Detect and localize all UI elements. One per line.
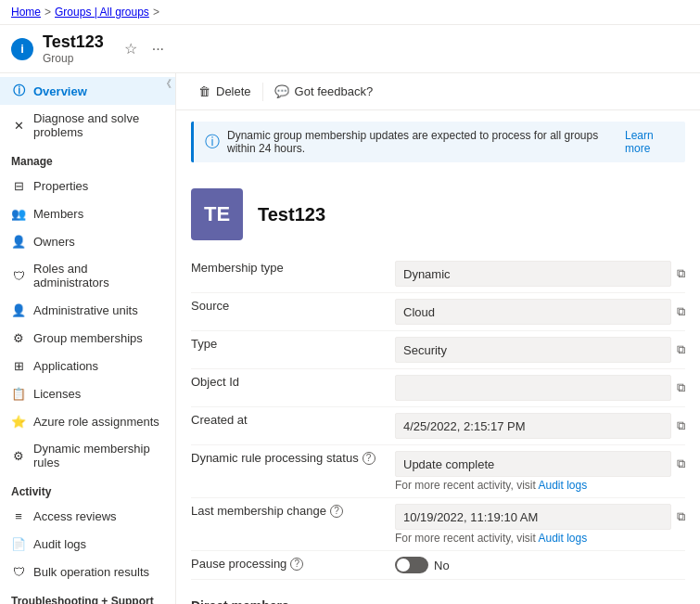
breadcrumb-groups[interactable]: Groups | All groups xyxy=(55,6,149,19)
type-value-container: Security ⧉ xyxy=(395,337,685,363)
last-membership-info-icon[interactable]: ? xyxy=(330,505,343,518)
membership-type-label: Membership type xyxy=(191,261,395,275)
pause-label: Pause processing ? xyxy=(191,557,395,571)
prop-row-source: Source Cloud ⧉ xyxy=(191,293,685,331)
sidebar-item-group-memberships[interactable]: ⚙ Group memberships xyxy=(0,324,175,352)
type-input: Security xyxy=(395,337,671,363)
toolbar-divider xyxy=(262,83,263,101)
sidebar-item-azure-roles[interactable]: ⭐ Azure role assignments xyxy=(0,407,175,435)
type-copy-icon[interactable]: ⧉ xyxy=(677,342,685,357)
admin-units-icon: 👤 xyxy=(11,302,26,317)
sidebar-item-members[interactable]: 👥 Members xyxy=(0,199,175,227)
sidebar-item-access-reviews-label: Access reviews xyxy=(33,509,117,523)
object-id-value-container: ⧉ xyxy=(395,375,685,401)
sidebar-collapse-button[interactable]: 《 xyxy=(161,77,172,91)
toolbar: 🗑 Delete 💬 Got feedback? xyxy=(176,73,700,110)
sidebar-item-audit-logs-label: Audit logs xyxy=(33,537,86,551)
sidebar-item-bulk-ops[interactable]: 🛡 Bulk operation results xyxy=(0,558,175,585)
sidebar-item-licenses-label: Licenses xyxy=(33,387,81,401)
properties-icon: ⊟ xyxy=(11,178,26,193)
last-membership-copy-icon[interactable]: ⧉ xyxy=(677,509,685,524)
object-id-label: Object Id xyxy=(191,375,395,389)
sidebar-item-licenses[interactable]: 📋 Licenses xyxy=(0,379,175,407)
troubleshooting-section-label: Troubleshooting + Support xyxy=(0,585,175,604)
roles-icon: 🛡 xyxy=(11,268,26,283)
page-header: i Test123 Group ☆ ··· xyxy=(0,25,700,73)
source-copy-icon[interactable]: ⧉ xyxy=(677,304,685,319)
source-value-container: Cloud ⧉ xyxy=(395,299,685,325)
dynamic-rule-audit-link[interactable]: Audit logs xyxy=(538,479,587,492)
sidebar-item-access-reviews[interactable]: ≡ Access reviews xyxy=(0,502,175,530)
prop-row-membership-type: Membership type Dynamic ⧉ xyxy=(191,255,685,293)
banner-link[interactable]: Learn more xyxy=(625,129,674,155)
sidebar-item-applications[interactable]: ⊞ Applications xyxy=(0,352,175,379)
group-icon: i xyxy=(11,38,33,60)
sidebar-item-diagnose[interactable]: ✕ Diagnose and solve problems xyxy=(0,105,175,146)
azure-roles-icon: ⭐ xyxy=(11,414,26,429)
prop-row-pause: Pause processing ? No xyxy=(191,551,685,580)
sidebar-item-applications-label: Applications xyxy=(33,359,98,373)
toggle-track[interactable] xyxy=(395,557,428,573)
pause-toggle[interactable]: No xyxy=(395,557,450,573)
sidebar-item-azure-roles-label: Azure role assignments xyxy=(33,415,159,429)
activity-section-label: Activity xyxy=(0,476,175,502)
last-membership-label: Last membership change ? xyxy=(191,504,395,518)
sidebar-item-owners[interactable]: 👤 Owners xyxy=(0,227,175,255)
feedback-button[interactable]: 💬 Got feedback? xyxy=(267,81,381,102)
access-reviews-icon: ≡ xyxy=(11,508,26,523)
sidebar-item-admin-units-label: Administrative units xyxy=(33,303,138,317)
breadcrumb-home[interactable]: Home xyxy=(11,6,41,19)
sidebar-item-properties[interactable]: ⊟ Properties xyxy=(0,172,175,199)
type-label: Type xyxy=(191,337,395,351)
sidebar-item-bulk-ops-label: Bulk operation results xyxy=(33,565,149,579)
group-header: TE Test123 xyxy=(176,173,700,248)
dynamic-rule-subtext: For more recent activity, visit Audit lo… xyxy=(395,479,685,492)
sidebar-item-members-label: Members xyxy=(33,207,83,221)
sidebar-item-properties-label: Properties xyxy=(33,179,88,193)
sidebar-item-roles[interactable]: 🛡 Roles and administrators xyxy=(0,255,175,296)
membership-type-value-container: Dynamic ⧉ xyxy=(395,261,685,287)
dynamic-rule-copy-icon[interactable]: ⧉ xyxy=(677,456,685,471)
pause-value-container: No xyxy=(395,557,685,573)
sidebar-item-diagnose-label: Diagnose and solve problems xyxy=(33,111,164,139)
created-at-copy-icon[interactable]: ⧉ xyxy=(677,418,685,433)
dynamic-rule-label: Dynamic rule processing status ? xyxy=(191,451,395,465)
sidebar: 《 ⓘ Overview ✕ Diagnose and solve proble… xyxy=(0,73,176,604)
content-area: 🗑 Delete 💬 Got feedback? ⓘ Dynamic group… xyxy=(176,73,700,604)
feedback-icon: 💬 xyxy=(274,84,289,98)
prop-row-created-at: Created at 4/25/2022, 2:15:17 PM ⧉ xyxy=(191,407,685,445)
audit-logs-icon: 📄 xyxy=(11,536,26,551)
sidebar-item-admin-units[interactable]: 👤 Administrative units xyxy=(0,296,175,324)
sidebar-item-group-memberships-label: Group memberships xyxy=(33,331,143,345)
sidebar-item-overview[interactable]: ⓘ Overview xyxy=(0,77,175,105)
sidebar-item-audit-logs[interactable]: 📄 Audit logs xyxy=(0,530,175,558)
bulk-ops-icon: 🛡 xyxy=(11,564,26,579)
source-label: Source xyxy=(191,299,395,313)
membership-type-copy-icon[interactable]: ⧉ xyxy=(677,266,685,281)
last-membership-value-container: 10/19/2022, 11:19:10 AM ⧉ xyxy=(395,504,685,530)
manage-section-label: Manage xyxy=(0,146,175,172)
members-icon: 👥 xyxy=(11,206,26,221)
pin-button[interactable]: ☆ xyxy=(121,38,141,59)
banner-text: Dynamic group membership updates are exp… xyxy=(227,129,617,155)
object-id-copy-icon[interactable]: ⧉ xyxy=(677,380,685,395)
dynamic-rule-info-icon[interactable]: ? xyxy=(363,452,375,465)
delete-icon: 🗑 xyxy=(198,84,210,98)
direct-members-title: Direct members xyxy=(176,587,700,604)
dynamic-rules-icon: ⚙ xyxy=(11,448,26,463)
pause-info-icon[interactable]: ? xyxy=(290,558,303,571)
more-options-button[interactable]: ··· xyxy=(148,38,168,59)
licenses-icon: 📋 xyxy=(11,386,26,401)
object-id-input xyxy=(395,375,671,401)
delete-button[interactable]: 🗑 Delete xyxy=(191,81,259,102)
last-membership-audit-link[interactable]: Audit logs xyxy=(538,532,587,545)
applications-icon: ⊞ xyxy=(11,358,26,373)
group-name: Test123 xyxy=(258,204,325,225)
created-at-value-container: 4/25/2022, 2:15:17 PM ⧉ xyxy=(395,413,685,439)
group-memberships-icon: ⚙ xyxy=(11,330,26,345)
source-input: Cloud xyxy=(395,299,671,325)
dynamic-rule-value-container: Update complete ⧉ xyxy=(395,451,685,477)
sidebar-item-dynamic-rules[interactable]: ⚙ Dynamic membership rules xyxy=(0,435,175,476)
sidebar-item-owners-label: Owners xyxy=(33,235,75,249)
toggle-thumb xyxy=(397,559,410,572)
